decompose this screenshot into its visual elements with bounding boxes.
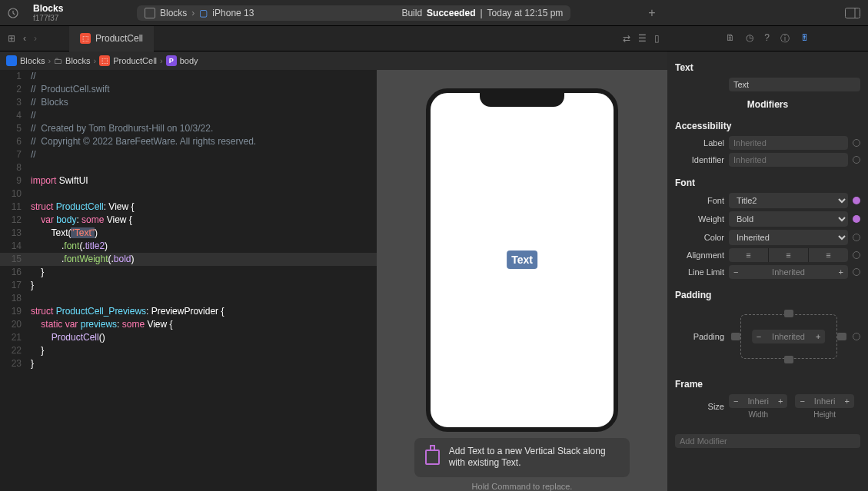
- project-info: Blocks f177f37: [25, 3, 71, 22]
- modifier-dot[interactable]: [853, 156, 860, 164]
- frame-title: Frame: [675, 379, 860, 390]
- font-lbl: Font: [675, 196, 724, 205]
- drop-hint: Add Text to a new Vertical Stack along w…: [414, 438, 630, 477]
- build-status-prefix: Build: [401, 8, 422, 18]
- activity-indicator[interactable]: [0, 7, 25, 19]
- padding-lbl: Padding: [675, 332, 724, 341]
- crumb-2[interactable]: ProductCell: [113, 56, 157, 65]
- a11y-id-lbl: Identifier: [675, 155, 724, 164]
- help-inspector-icon[interactable]: ?: [764, 32, 770, 45]
- property-icon: P: [166, 55, 177, 66]
- project-name: Blocks: [33, 3, 63, 14]
- hint-text: Add Text to a new Vertical Stack along w…: [449, 446, 619, 469]
- align-right[interactable]: ≡: [809, 248, 848, 262]
- modifier-dot[interactable]: [853, 139, 860, 147]
- accessibility-title: Accessibility: [675, 121, 860, 131]
- project-commit: f177f37: [33, 14, 63, 22]
- modifier-dot[interactable]: [853, 268, 860, 276]
- panel-toggle-icon[interactable]: [845, 8, 860, 18]
- file-inspector-icon[interactable]: 🗎: [726, 32, 735, 45]
- modifier-dot[interactable]: [853, 333, 860, 340]
- build-time: Today at 12:15 pm: [487, 8, 564, 18]
- color-select[interactable]: Inherited: [729, 230, 848, 245]
- stepper-plus[interactable]: +: [840, 394, 853, 408]
- stepper-minus[interactable]: −: [795, 394, 809, 408]
- assistant-icon[interactable]: ▯: [654, 33, 660, 44]
- pad-right[interactable]: [837, 333, 846, 340]
- font-select[interactable]: Title2: [729, 193, 848, 208]
- modifier-dot[interactable]: [853, 251, 860, 259]
- scheme-icon: [145, 8, 155, 18]
- canvas-preview[interactable]: Text Add Text to a new Vertical Stack al…: [377, 70, 667, 491]
- text-value-input[interactable]: [729, 78, 860, 91]
- history-inspector-icon[interactable]: ◷: [746, 32, 753, 45]
- attributes-inspector: Text Modifiers Accessibility Label Ident…: [667, 51, 868, 491]
- width-sublabel: Width: [729, 410, 787, 419]
- a11y-label-input[interactable]: [729, 136, 848, 150]
- swift-icon: ⬚: [99, 55, 110, 66]
- weight-select[interactable]: Bold: [729, 211, 848, 227]
- build-status: Succeeded: [427, 8, 475, 18]
- weight-lbl: Weight: [675, 214, 724, 224]
- tab-label: ProductCell: [95, 33, 143, 44]
- add-modifier-input[interactable]: [675, 434, 860, 448]
- pad-left[interactable]: [731, 333, 740, 340]
- swift-icon: ⬚: [80, 33, 91, 44]
- padding-title: Padding: [675, 290, 860, 300]
- scheme-destination-status[interactable]: Blocks › ▢ iPhone 13 Build Succeeded | T…: [137, 5, 570, 21]
- identity-inspector-icon[interactable]: ⓘ: [780, 32, 790, 45]
- align-left[interactable]: ≡: [729, 248, 769, 262]
- hint-subtext: Hold Command to replace.: [472, 482, 573, 491]
- padding-control[interactable]: − Inherited +: [731, 310, 846, 363]
- linelimit-lbl: Line Limit: [675, 267, 724, 277]
- modifier-dot[interactable]: [853, 234, 860, 241]
- stepper-minus[interactable]: −: [729, 394, 743, 408]
- stepper-plus[interactable]: +: [834, 265, 848, 279]
- pad-top[interactable]: [784, 310, 793, 317]
- stepper-plus[interactable]: +: [773, 394, 787, 408]
- nav-forward[interactable]: ›: [34, 33, 37, 44]
- device-frame: Text: [426, 88, 618, 432]
- crumb-0[interactable]: Blocks: [20, 56, 45, 65]
- size-lbl: Size: [675, 402, 724, 411]
- attributes-inspector-icon[interactable]: 🎚: [800, 32, 810, 45]
- height-stepper[interactable]: − Inheri +: [795, 394, 853, 408]
- crumb-3[interactable]: body: [180, 56, 198, 65]
- font-title: Font: [675, 177, 860, 188]
- height-sublabel: Height: [795, 410, 853, 419]
- svg-rect-1: [846, 8, 860, 18]
- alignment-lbl: Alignment: [675, 250, 724, 260]
- minimap-icon[interactable]: ☰: [638, 33, 647, 44]
- grid-icon[interactable]: ⊞: [8, 33, 15, 44]
- pad-bottom[interactable]: [784, 356, 793, 363]
- add-button[interactable]: +: [637, 6, 667, 20]
- a11y-id-input[interactable]: [729, 153, 848, 167]
- breadcrumb[interactable]: Blocks › 🗀 Blocks › ⬚ ProductCell › P bo…: [0, 51, 667, 70]
- modifier-dot-active[interactable]: [853, 215, 860, 223]
- jump-icon[interactable]: ⇄: [623, 33, 630, 44]
- project-icon: [6, 55, 17, 66]
- linelimit-stepper[interactable]: − Inherited +: [729, 265, 848, 279]
- preview-text[interactable]: Text: [507, 250, 537, 269]
- modifier-dot-active[interactable]: [853, 197, 860, 204]
- modifiers-title: Modifiers: [675, 99, 860, 110]
- build-sep: |: [480, 8, 482, 18]
- folder-icon: 🗀: [54, 56, 62, 65]
- scheme-name: Blocks: [160, 8, 187, 18]
- crumb-1[interactable]: Blocks: [65, 56, 90, 65]
- height-val: Inheri: [810, 394, 840, 408]
- nav-back[interactable]: ‹: [23, 33, 26, 44]
- linelimit-val: Inherited: [743, 265, 833, 279]
- tab-productcell[interactable]: ⬚ ProductCell: [69, 26, 154, 51]
- stepper-plus[interactable]: +: [811, 330, 825, 343]
- stepper-minus[interactable]: −: [729, 265, 743, 279]
- width-stepper[interactable]: − Inheri +: [729, 394, 787, 408]
- chevron-right-icon: ›: [191, 8, 195, 18]
- color-lbl: Color: [675, 233, 724, 242]
- code-editor[interactable]: 1//2// ProductCell.swift3// Blocks4//5//…: [0, 70, 377, 491]
- stepper-minus[interactable]: −: [752, 330, 766, 343]
- align-center[interactable]: ≡: [769, 248, 809, 262]
- device-name: iPhone 13: [212, 8, 254, 18]
- alignment-segmented[interactable]: ≡ ≡ ≡: [729, 248, 848, 262]
- notch: [480, 91, 564, 107]
